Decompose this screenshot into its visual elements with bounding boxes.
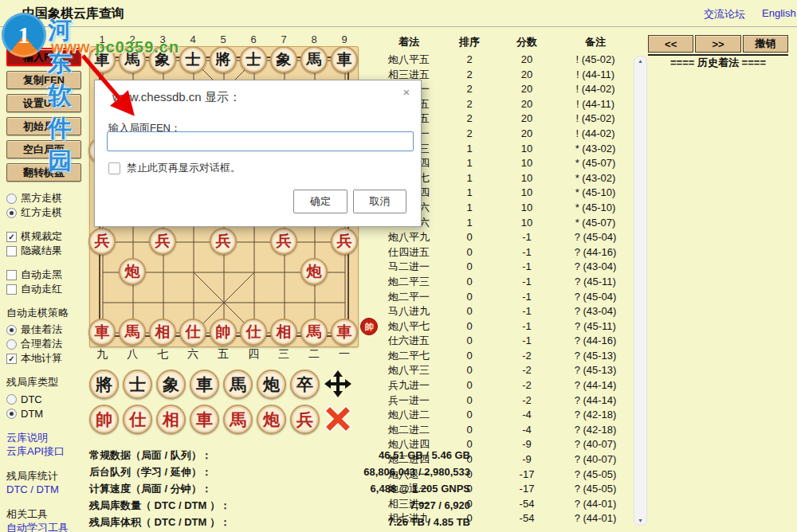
red-palette-piece[interactable]: 相 <box>156 405 186 434</box>
local-compute-checkbox[interactable] <box>6 354 17 364</box>
move-row[interactable]: 炮二平一0-1? (45-04) <box>371 290 630 305</box>
move-row[interactable]: 炮二进四0-9? (40-07) <box>371 452 630 467</box>
initial-position-button[interactable]: 初始局面 <box>6 117 81 135</box>
red-piece[interactable]: 兵 <box>210 228 237 255</box>
prev-move-button[interactable]: << <box>648 35 693 53</box>
red-piece[interactable]: 兵 <box>149 228 176 255</box>
black-palette-piece[interactable]: 卒 <box>290 370 320 399</box>
ok-button[interactable]: 确定 <box>293 190 347 213</box>
red-piece[interactable]: 炮 <box>119 258 146 285</box>
fen-input[interactable] <box>107 131 414 151</box>
dtm-option[interactable]: DTM <box>6 406 88 421</box>
red-piece[interactable]: 仕 <box>179 319 206 346</box>
red-palette-piece[interactable]: 炮 <box>257 405 286 434</box>
suppress-dialog-checkbox[interactable] <box>108 162 120 174</box>
cloud-api-link[interactable]: 云库API接口 <box>6 444 88 458</box>
red-palette-piece[interactable]: 馬 <box>223 405 253 434</box>
rule-arbitration-option[interactable]: 棋规裁定 <box>6 229 88 244</box>
move-row[interactable]: 兵九进一0-2? (44-14) <box>371 378 630 393</box>
set-url-button[interactable]: 设置URL <box>6 94 81 112</box>
red-piece[interactable]: 炮 <box>300 258 328 285</box>
dtc-radio[interactable] <box>6 394 17 405</box>
move-row[interactable]: 炮八进四0-9? (40-07) <box>371 437 630 452</box>
red-piece[interactable]: 兵 <box>88 228 116 255</box>
red-palette-piece[interactable]: 仕 <box>123 405 152 434</box>
move-row[interactable]: 相七进九0-54? (44-01) <box>371 511 630 526</box>
move-row[interactable]: 仕四进五0-1? (44-16) <box>371 245 630 260</box>
close-icon[interactable]: × <box>400 85 413 99</box>
move-row[interactable]: 炮二退一0-17? (45-05) <box>371 482 630 497</box>
black-piece[interactable]: 將 <box>210 46 237 73</box>
undo-button[interactable]: 撤销 <box>743 35 788 53</box>
move-row[interactable]: 炮二进二0-4? (42-18) <box>371 423 630 438</box>
red-to-move-option[interactable]: 红方走棋 <box>6 205 88 220</box>
copy-fen-button[interactable]: 复制FEN <box>6 71 81 89</box>
cancel-button[interactable]: 取消 <box>353 190 406 213</box>
hide-results-checkbox[interactable] <box>6 246 17 256</box>
dtc-dtm-stats-link[interactable]: DTC / DTM <box>6 483 88 496</box>
hide-results-option[interactable]: 隐藏结果 <box>6 244 88 258</box>
auto-learning-tool-link[interactable]: 自动学习工具 <box>6 521 88 532</box>
red-piece[interactable]: 相 <box>149 319 176 346</box>
cloud-docs-link[interactable]: 云库说明 <box>6 431 88 444</box>
black-piece[interactable]: 士 <box>240 46 267 73</box>
auto-play-black-option[interactable]: 自动走黑 <box>6 268 88 282</box>
red-piece[interactable]: 車 <box>331 319 358 346</box>
black-palette-piece[interactable]: 炮 <box>257 370 286 399</box>
black-piece[interactable]: 車 <box>88 46 116 73</box>
black-palette-piece[interactable]: 車 <box>190 370 219 399</box>
black-palette-piece[interactable]: 象 <box>156 370 186 399</box>
dtc-option[interactable]: DTC <box>6 392 88 406</box>
empty-position-button[interactable]: 空白局面 <box>6 140 81 158</box>
black-to-move-radio[interactable] <box>6 194 17 204</box>
move-row[interactable]: 炮八平五220! (45-02) <box>371 53 630 68</box>
english-link[interactable]: English <box>762 7 796 19</box>
move-row[interactable]: 马二进一0-1? (43-04) <box>371 260 630 275</box>
red-to-move-radio[interactable] <box>6 208 17 218</box>
red-piece[interactable]: 仕 <box>240 319 267 346</box>
dtm-radio[interactable] <box>6 409 17 419</box>
red-palette-piece[interactable]: 帥 <box>89 405 119 434</box>
local-compute-option[interactable]: 本地计算 <box>6 351 88 366</box>
move-row[interactable]: 炮八退一0-17? (45-05) <box>371 467 630 483</box>
red-piece[interactable]: 馬 <box>300 319 328 346</box>
move-row[interactable]: 马八进九0-1? (43-04) <box>371 304 630 319</box>
move-row[interactable]: 炮二平七0-2? (45-13) <box>371 349 630 364</box>
input-fen-button[interactable]: 输入FEN <box>6 48 81 66</box>
black-piece[interactable]: 馬 <box>119 46 146 73</box>
black-to-move-option[interactable]: 黑方走棋 <box>6 191 88 205</box>
move-cursor-icon[interactable] <box>324 370 352 398</box>
move-row[interactable]: 相三进一0-54? (44-01) <box>371 497 630 512</box>
best-move-option[interactable]: 最佳着法 <box>6 323 88 337</box>
red-piece[interactable]: 兵 <box>270 228 297 255</box>
black-piece[interactable]: 象 <box>149 46 176 73</box>
move-row[interactable]: 炮八进二0-4? (42-18) <box>371 408 630 423</box>
move-row[interactable]: 炮八平九0-1? (45-04) <box>371 230 630 245</box>
red-piece[interactable]: 兵 <box>331 228 358 255</box>
red-piece[interactable]: 馬 <box>119 319 146 346</box>
black-piece[interactable]: 象 <box>270 46 297 73</box>
reasonable-move-radio[interactable] <box>6 339 17 350</box>
moves-scrollbar[interactable] <box>634 56 647 526</box>
forum-link[interactable]: 交流论坛 <box>704 7 745 22</box>
black-piece[interactable]: 車 <box>331 46 358 73</box>
reasonable-move-option[interactable]: 合理着法 <box>6 337 88 351</box>
best-move-radio[interactable] <box>6 325 17 335</box>
auto-play-red-checkbox[interactable] <box>6 284 17 295</box>
move-row[interactable]: 炮二平三0-1? (45-11) <box>371 275 630 290</box>
black-palette-piece[interactable]: 馬 <box>223 370 253 399</box>
move-row[interactable]: 炮八平七0-1? (45-11) <box>371 319 630 334</box>
red-palette-piece[interactable]: 兵 <box>290 405 320 434</box>
black-palette-piece[interactable]: 將 <box>89 370 119 399</box>
black-piece[interactable]: 士 <box>179 46 206 73</box>
auto-play-black-checkbox[interactable] <box>6 270 17 280</box>
move-row[interactable]: 仕六进五0-1? (44-16) <box>371 334 630 349</box>
black-palette-piece[interactable]: 士 <box>123 370 152 399</box>
next-move-button[interactable]: >> <box>695 35 740 53</box>
rule-arbitration-checkbox[interactable] <box>6 232 17 242</box>
red-piece[interactable]: 帥 <box>210 319 237 346</box>
move-row[interactable]: 兵一进一0-2? (44-14) <box>371 393 630 409</box>
red-palette-piece[interactable]: 車 <box>190 405 219 434</box>
auto-play-red-option[interactable]: 自动走红 <box>6 282 88 296</box>
flip-board-button[interactable]: 翻转棋盘 <box>6 163 81 182</box>
